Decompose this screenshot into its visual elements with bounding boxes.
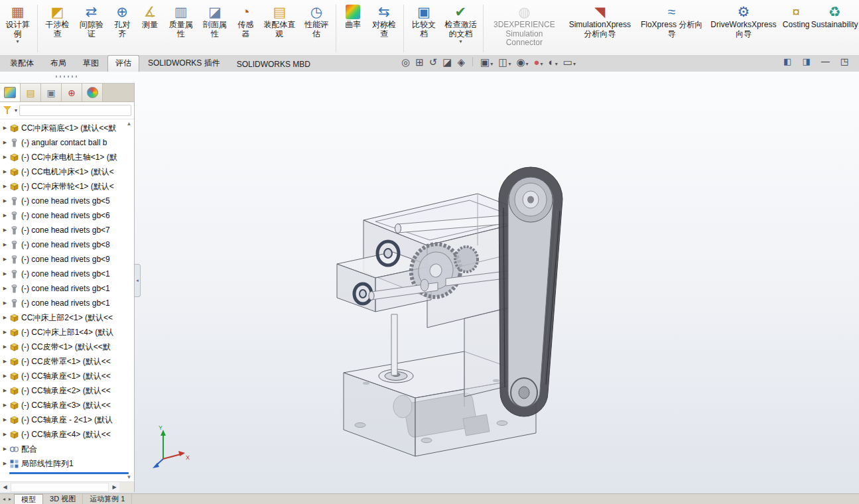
tree-item[interactable]: ▶(-) cone head rivets gb<9 bbox=[0, 252, 134, 267]
tree-item[interactable]: ▶(-) CC冲床上部1<4> (默认 bbox=[0, 325, 134, 340]
expand-arrow-icon[interactable]: ▶ bbox=[1, 300, 9, 306]
tree-item[interactable]: ▶(-) CC冲床电机主轴<1> (默 bbox=[0, 150, 134, 164]
section-view-icon[interactable]: ◪ bbox=[442, 57, 452, 67]
sensors-button[interactable]: ◔传感器 bbox=[232, 2, 259, 39]
expand-arrow-icon[interactable]: ▶ bbox=[1, 242, 9, 247]
section-properties-button[interactable]: ◪剖面属性 bbox=[198, 2, 231, 39]
dropdown-arrow-icon[interactable]: ▾ bbox=[573, 61, 576, 67]
dynamic-annotation-icon[interactable]: ◈ bbox=[457, 57, 465, 67]
featuremanager-tab[interactable] bbox=[0, 84, 21, 101]
sustainability-button[interactable]: ♻Sustainability bbox=[811, 2, 858, 31]
rollback-bar[interactable] bbox=[9, 472, 129, 474]
tree-vertical-scrollbar[interactable]: ▲▼ bbox=[124, 119, 134, 481]
expand-arrow-icon[interactable]: ▶ bbox=[1, 213, 9, 218]
scrollbar-track[interactable] bbox=[11, 483, 109, 492]
tree-item[interactable]: ▶(-) CC冲床带轮<1> (默认< bbox=[0, 179, 134, 194]
configurationmanager-tab[interactable]: ▣ bbox=[41, 84, 62, 101]
scroll-up-icon[interactable]: ▲ bbox=[127, 121, 132, 127]
tree-item[interactable]: ▶(-) cone head rivets gb<8 bbox=[0, 237, 134, 252]
tree-filter-input[interactable] bbox=[19, 105, 131, 116]
expand-arrow-icon[interactable]: ▶ bbox=[1, 432, 9, 437]
driveworksxpress-button[interactable]: ⚙DriveWorksXpress 向导 bbox=[706, 2, 781, 39]
previous-view-icon[interactable]: ↺ bbox=[429, 57, 438, 67]
filter-dropdown-icon[interactable]: ▾ bbox=[15, 107, 17, 113]
expand-arrow-icon[interactable]: ▶ bbox=[1, 169, 9, 174]
tree-item[interactable]: ▶(-) CC轴承座<3> (默认<< bbox=[0, 398, 134, 412]
design-study-button[interactable]: ▦设计算例▾ bbox=[1, 2, 34, 45]
graphics-area[interactable]: Y X ▤▣⊕ ▾ ▶CC冲床箱底<1> (默认<<默▶(-) angular … bbox=[0, 72, 859, 493]
dropdown-arrow-icon[interactable]: ▾ bbox=[555, 61, 558, 67]
expand-arrow-icon[interactable]: ▶ bbox=[1, 403, 9, 408]
tree-item[interactable]: ▶配合 bbox=[0, 442, 134, 456]
doc-tab-3d-views[interactable]: 3D 视图 bbox=[43, 494, 83, 504]
expand-arrow-icon[interactable]: ▶ bbox=[1, 125, 9, 131]
tree-item[interactable]: ▶(-) cone head rivets gb<5 bbox=[0, 194, 134, 208]
zoom-fit-icon[interactable]: ◎ bbox=[401, 57, 410, 67]
restore-window-icon[interactable]: ◳ bbox=[840, 57, 848, 66]
dropdown-arrow-icon[interactable]: ▾ bbox=[508, 61, 511, 67]
tree-item[interactable]: ▶局部线性阵列1 bbox=[0, 456, 134, 471]
scroll-tabs-right-icon[interactable]: ▸ bbox=[9, 496, 11, 502]
expand-arrow-icon[interactable]: ▶ bbox=[1, 257, 9, 262]
tree-item[interactable]: ▶(-) angular contact ball b bbox=[0, 135, 134, 150]
expand-arrow-icon[interactable]: ▶ bbox=[1, 271, 9, 277]
pane-left-icon[interactable]: ◧ bbox=[783, 57, 791, 66]
tree-item[interactable]: ▶(-) cone head rivets gb<1 bbox=[0, 281, 134, 296]
tab-评估[interactable]: 评估 bbox=[107, 55, 139, 72]
expand-arrow-icon[interactable]: ▶ bbox=[1, 286, 9, 291]
pane-right-icon[interactable]: ◨ bbox=[802, 57, 810, 66]
panel-splitter[interactable]: ◂ bbox=[135, 264, 141, 297]
expand-arrow-icon[interactable]: ▶ bbox=[1, 344, 9, 349]
display-style-icon[interactable]: ◫▾ bbox=[498, 57, 511, 67]
hide-show-items-icon[interactable]: ◉▾ bbox=[516, 57, 528, 67]
clearance-verification-button[interactable]: ⇄间隙验证 bbox=[75, 2, 107, 39]
tree-item[interactable]: ▶(-) CC电机冲床<1> (默认< bbox=[0, 164, 134, 179]
interference-check-button[interactable]: ◩干涉检查 bbox=[41, 2, 74, 39]
tab-solidworks-插件[interactable]: SOLIDWORKS 插件 bbox=[140, 55, 228, 72]
scroll-tabs-left-icon[interactable]: ◂ bbox=[3, 496, 5, 502]
expand-arrow-icon[interactable]: ▶ bbox=[1, 227, 9, 233]
hole-alignment-button[interactable]: ⊕孔对齐 bbox=[109, 2, 135, 39]
expand-arrow-icon[interactable]: ▶ bbox=[1, 155, 9, 160]
view-orientation-icon[interactable]: ▣▾ bbox=[480, 57, 493, 67]
assembly-visualization-button[interactable]: ▤装配体直观 bbox=[260, 2, 298, 39]
doc-tab-model[interactable]: 模型 bbox=[14, 494, 43, 504]
propertymanager-tab[interactable]: ▤ bbox=[21, 84, 41, 101]
compare-documents-button[interactable]: ▣比较文档 bbox=[407, 2, 440, 39]
tree-item[interactable]: ▶(-) CC皮带<1> (默认<<默 bbox=[0, 340, 134, 354]
expand-arrow-icon[interactable]: ▶ bbox=[1, 446, 9, 452]
curvature-button[interactable]: 曲率 bbox=[340, 2, 366, 31]
zoom-area-icon[interactable]: ⊞ bbox=[415, 57, 424, 67]
expand-arrow-icon[interactable]: ▶ bbox=[1, 315, 9, 320]
minimize-window-icon[interactable]: — bbox=[821, 57, 830, 66]
expand-arrow-icon[interactable]: ▶ bbox=[1, 140, 9, 145]
edit-appearance-icon[interactable]: ●▾ bbox=[534, 57, 543, 67]
expand-arrow-icon[interactable]: ▶ bbox=[1, 417, 9, 422]
expand-arrow-icon[interactable]: ▶ bbox=[1, 461, 9, 466]
tab-布局[interactable]: 布局 bbox=[42, 55, 74, 72]
doc-tab-motion-study[interactable]: 运动算例 1 bbox=[83, 494, 132, 504]
tree-item[interactable]: ▶(-) cone head rivets gb<6 bbox=[0, 208, 134, 223]
apply-scene-icon[interactable]: ◐▾ bbox=[549, 57, 558, 67]
costing-button[interactable]: ¤Costing bbox=[782, 2, 811, 31]
tree-horizontal-scrollbar[interactable]: ◀ ▶ bbox=[0, 481, 134, 492]
expand-arrow-icon[interactable]: ▶ bbox=[1, 330, 9, 335]
tab-装配体[interactable]: 装配体 bbox=[2, 55, 42, 72]
floxpress-button[interactable]: ≈FloXpress 分析向导 bbox=[638, 2, 705, 39]
tab-solidworks-mbd[interactable]: SOLIDWORKS MBD bbox=[229, 57, 318, 72]
measure-button[interactable]: ∡测量 bbox=[137, 2, 163, 31]
tree-item[interactable]: ▶CC冲床上部2<1> (默认<< bbox=[0, 310, 134, 325]
tree-item[interactable]: ▶(-) CC皮带罩<1> (默认<< bbox=[0, 354, 134, 369]
mass-properties-button[interactable]: ▥质量属性 bbox=[165, 2, 197, 39]
tree-item[interactable]: ▶(-) cone head rivets gb<1 bbox=[0, 296, 134, 310]
displaymanager-tab[interactable] bbox=[82, 84, 103, 101]
tree-item[interactable]: ▶(-) CC轴承座<1> (默认<< bbox=[0, 369, 134, 383]
tree-item[interactable]: ▶CC冲床箱底<1> (默认<<默 bbox=[0, 121, 134, 135]
tab-草图[interactable]: 草图 bbox=[75, 55, 107, 72]
symmetry-check-button[interactable]: ⇆对称检查 bbox=[367, 2, 400, 39]
filter-funnel-icon[interactable] bbox=[3, 105, 13, 115]
tree-item[interactable]: ▶(-) CC轴承座<2> (默认<< bbox=[0, 383, 134, 398]
dropdown-arrow-icon[interactable]: ▾ bbox=[459, 38, 462, 44]
tree-item[interactable]: ▶(-) CC轴承座 - 2<1> (默认 bbox=[0, 412, 134, 427]
expand-arrow-icon[interactable]: ▶ bbox=[1, 184, 9, 189]
